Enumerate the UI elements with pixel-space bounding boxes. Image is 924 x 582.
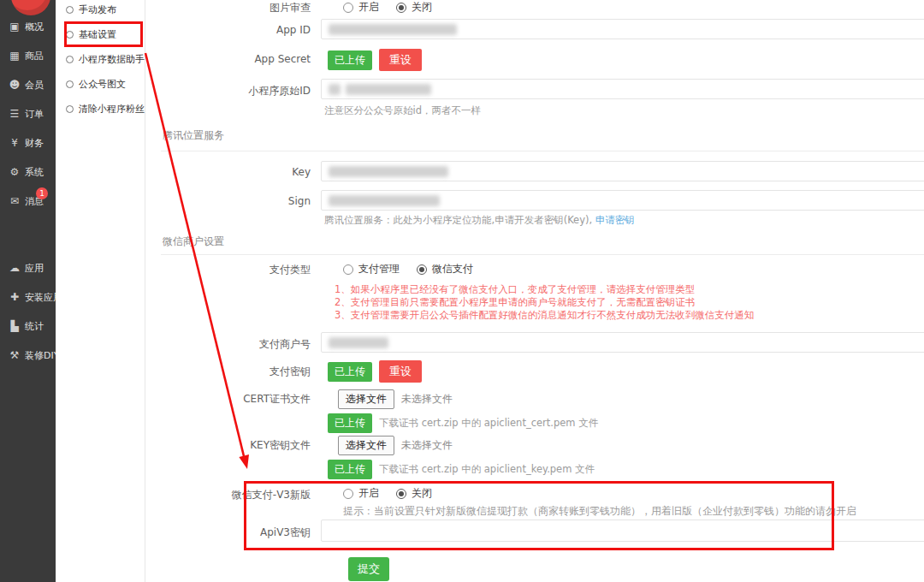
submenu-item-manual-publish[interactable]: 手动发布 <box>66 3 116 16</box>
app-secret-label: App Secret <box>145 53 311 65</box>
radio-option-label[interactable]: 开启 <box>358 486 379 501</box>
radio-option-label[interactable]: 微信支付 <box>432 262 473 276</box>
apiv3-key-input[interactable] <box>321 520 924 542</box>
finance-icon: ¥ <box>8 137 21 149</box>
pay-type-label: 支付类型 <box>145 263 311 277</box>
redacted-value <box>329 195 440 206</box>
sidebar-item-members[interactable]: ☻ 会员 <box>0 70 56 99</box>
members-icon: ☻ <box>8 79 21 91</box>
redacted-value <box>346 84 431 95</box>
app-id-input[interactable] <box>321 19 924 39</box>
pay-type-manage-radio[interactable] <box>343 264 353 275</box>
pay-type-wechat-radio[interactable] <box>417 264 427 275</box>
v3-off-radio[interactable] <box>396 489 406 499</box>
app-id-label: App ID <box>145 24 311 36</box>
wechat-merchant-section-title: 微信商户设置 <box>163 235 224 249</box>
miniapp-origin-id-input[interactable] <box>321 79 924 99</box>
sidebar-item-install-app[interactable]: ✚ 安装应用 <box>0 282 56 312</box>
apiv3-key-label: ApiV3密钥 <box>145 526 311 540</box>
radio-bullet-icon <box>66 56 74 63</box>
sidebar-item-orders[interactable]: ☰ 订单 <box>0 99 56 128</box>
sidebar-nav-main: ▣ 概况 ▦ 商品 ☻ 会员 ☰ 订单 ¥ 财务 ⚙ 系统 <box>0 12 56 216</box>
cert-choose-file-button[interactable]: 选择文件 <box>338 389 394 409</box>
submenu-item-label: 基础设置 <box>79 28 116 41</box>
sidebar-nav-apps: ☁ 应用 ✚ 安装应用 ▙ 统计 ⚒ 装修DIY <box>0 253 56 370</box>
submenu-item-basic-settings[interactable]: 基础设置 <box>66 27 116 41</box>
submenu-item-label: 小程序数据助手 <box>79 53 145 66</box>
submenu-item-clear-miniapp-fans[interactable]: 清除小程序粉丝 <box>66 102 145 116</box>
sidebar-item-label: 概况 <box>25 21 44 33</box>
goods-icon: ▦ <box>8 50 21 62</box>
pay-type-note: 3、支付管理需要开启公众号插件配置好微信的消息通知才行不然支付成功无法收到微信支… <box>335 309 924 322</box>
submenu-item-official-account-articles[interactable]: 公众号图文 <box>66 77 126 91</box>
sidebar-item-label: 财务 <box>25 137 44 150</box>
basic-settings-form: 图片审查 开启 关闭 App ID App Secret 已上传 重设 小程序原… <box>145 0 924 582</box>
merchant-id-label: 支付商户号 <box>145 337 311 352</box>
section-divider <box>161 254 924 255</box>
key-choose-file-button[interactable]: 选择文件 <box>338 436 394 455</box>
submit-button[interactable]: 提交 <box>348 557 389 581</box>
image-review-on-radio[interactable] <box>343 3 353 13</box>
submenu-item-label: 清除小程序粉丝 <box>79 103 145 116</box>
pay-key-uploaded-button[interactable]: 已上传 <box>328 362 372 382</box>
pay-type-note: 1、如果小程序里已经没有了微信支付入口，变成了支付管理，请选择支付管理类型 <box>335 283 924 296</box>
radio-option-label[interactable]: 关闭 <box>412 0 432 15</box>
sidebar-item-overview[interactable]: ▣ 概况 <box>0 12 56 41</box>
image-review-label: 图片审查 <box>145 1 311 15</box>
tencent-location-section-title: 腾讯位置服务 <box>163 128 224 143</box>
sidebar-item-messages[interactable]: ✉ 消息 1 <box>0 187 56 216</box>
key-file-hint: 下载证书 cert.zip 中的 apiclient_key.pem 文件 <box>379 463 595 476</box>
radio-option-label[interactable]: 开启 <box>358 0 379 15</box>
sidebar-item-finance[interactable]: ¥ 财务 <box>0 128 56 157</box>
message-count-badge: 1 <box>36 187 48 199</box>
sidebar-item-application[interactable]: ☁ 应用 <box>0 253 56 282</box>
key-no-file-text: 未选择文件 <box>401 438 453 453</box>
sidebar-item-decorate-diy[interactable]: ⚒ 装修DIY <box>0 341 56 370</box>
install-icon: ✚ <box>8 291 21 303</box>
sidebar-item-statistics[interactable]: ▙ 统计 <box>0 312 56 341</box>
sidebar-item-label: 商品 <box>25 50 44 62</box>
redacted-value <box>329 24 457 35</box>
diy-icon: ⚒ <box>8 349 21 361</box>
cert-uploaded-badge: 已上传 <box>328 413 372 433</box>
map-sign-input[interactable] <box>321 190 924 211</box>
map-key-input[interactable] <box>321 161 924 181</box>
pay-key-label: 支付密钥 <box>145 365 311 379</box>
key-file-label: KEY密钥文件 <box>145 438 311 453</box>
merchant-id-input[interactable] <box>321 332 924 353</box>
radio-option-label[interactable]: 支付管理 <box>358 262 400 276</box>
section-divider <box>161 151 924 151</box>
v3-on-radio[interactable] <box>343 489 353 499</box>
map-key-label: Key <box>145 166 311 178</box>
system-icon: ⚙ <box>8 166 21 178</box>
cert-file-label: CERT证书文件 <box>145 392 311 407</box>
sidebar-item-system[interactable]: ⚙ 系统 <box>0 157 56 187</box>
redacted-value <box>329 166 448 177</box>
image-review-off-radio[interactable] <box>396 3 406 13</box>
pay-key-reset-button[interactable]: 重设 <box>379 360 422 383</box>
sidebar-item-label: 订单 <box>25 108 44 121</box>
overview-icon: ▣ <box>8 21 21 33</box>
apps-icon: ☁ <box>8 262 21 274</box>
sidebar-item-label: 应用 <box>25 262 44 275</box>
app-secret-reset-button[interactable]: 重设 <box>379 49 422 71</box>
settings-submenu: 手动发布 基础设置 小程序数据助手 公众号图文 清除小程序粉丝 <box>56 0 145 582</box>
map-sign-label: Sign <box>145 195 311 207</box>
miniapp-origin-id-label: 小程序原始ID <box>145 84 311 98</box>
admin-settings-page: ▣ 概况 ▦ 商品 ☻ 会员 ☰ 订单 ¥ 财务 ⚙ 系统 <box>0 0 924 582</box>
stats-icon: ▙ <box>8 320 21 332</box>
orders-icon: ☰ <box>8 108 21 120</box>
origin-id-hint: 注意区分公众号原始id，两者不一样 <box>324 104 924 117</box>
radio-bullet-icon <box>66 31 74 39</box>
apply-key-link[interactable]: 申请密钥 <box>595 214 635 226</box>
sidebar-item-goods[interactable]: ▦ 商品 <box>0 41 56 70</box>
radio-option-label[interactable]: 关闭 <box>412 486 432 501</box>
sidebar-item-label: 统计 <box>25 320 44 333</box>
cert-no-file-text: 未选择文件 <box>401 392 453 407</box>
submenu-item-miniapp-data-assistant[interactable]: 小程序数据助手 <box>66 52 145 66</box>
app-secret-uploaded-button[interactable]: 已上传 <box>328 50 372 70</box>
wechat-pay-v3-label: 微信支付-V3新版 <box>145 488 311 502</box>
v3-hint: 提示：当前设置只针对新版微信提现打款（商家转账到零钱功能），用着旧版（企业付款到… <box>321 504 924 519</box>
map-sign-hint: 腾讯位置服务：此处为小程序定位功能,申请开发者密钥(Key), <box>324 214 592 226</box>
key-uploaded-badge: 已上传 <box>328 460 372 479</box>
